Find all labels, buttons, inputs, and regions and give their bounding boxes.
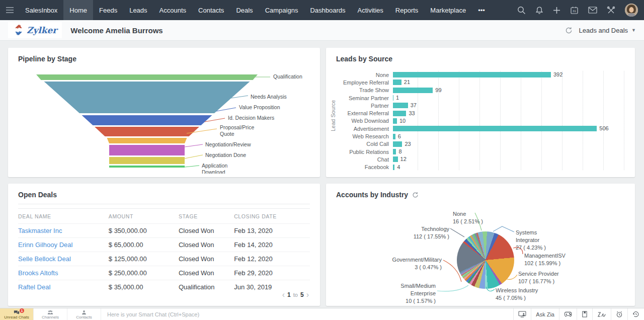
nav-item-activities[interactable]: Activities [352, 0, 389, 20]
dashboard-selector[interactable]: Leads and Deals ▼ [579, 27, 636, 34]
panel-refresh-icon[interactable] [412, 192, 419, 198]
nav-item-deals[interactable]: Deals [230, 0, 259, 20]
screen-share-icon[interactable] [513, 308, 531, 320]
bar [393, 79, 401, 85]
page-header: Zylker Welcome Amelia Burrows Leads and … [0, 20, 644, 41]
chat-tab-label: Contacts [76, 315, 92, 319]
deal-amount: $ 65,000.00 [109, 238, 179, 252]
chat-tab-label: Unread Chats [4, 315, 29, 319]
chat-tab-unread-chats[interactable]: Unread Chats 1 [0, 308, 34, 320]
bar [393, 126, 597, 131]
pipeline-by-stage-panel: Pipeline by Stage QualificationNeeds Ana… [8, 48, 320, 177]
pagination-prev-icon[interactable]: ‹ [282, 291, 285, 299]
column-header-stage[interactable]: STAGE [179, 209, 234, 224]
bar-value-label: 6 [398, 133, 401, 139]
hamburger-menu-icon[interactable] [0, 0, 19, 20]
smart-chat-bar: Unread Chats 1 Channels Contacts Ask Zia [0, 308, 644, 320]
pagination: ‹ 1 to 5 › [282, 291, 309, 299]
nav-item-accounts[interactable]: Accounts [153, 0, 192, 20]
column-header-closing-date[interactable]: CLOSING DATE [234, 209, 310, 224]
pagination-next-icon[interactable]: › [306, 291, 309, 299]
bar [393, 88, 433, 93]
deal-amount: $ 125,000.00 [109, 252, 179, 266]
deal-closing-date: Feb 12, 2020 [234, 252, 310, 266]
bar-value-label: 37 [411, 102, 417, 108]
mail-icon[interactable] [588, 7, 597, 14]
pie-slice-label: Technology112 ( 17.55% ) [414, 225, 449, 241]
nav-item-campaigns[interactable]: Campaigns [259, 0, 304, 20]
deal-name-link[interactable]: Selle Bellock Deal [18, 255, 71, 263]
pie-slice-label: ManagementISV102 ( 15.99% ) [524, 252, 566, 267]
nav-item-salesinbox[interactable]: SalesInbox [19, 0, 63, 20]
nav-item-home[interactable]: Home [63, 0, 93, 20]
deal-stage: Closed Won [179, 266, 234, 280]
ask-zia-button[interactable]: Ask Zia [531, 308, 559, 320]
column-header-amount[interactable]: AMOUNT [109, 209, 179, 224]
table-header-row: DEAL NAME AMOUNT STAGE CLOSING DATE [18, 209, 310, 224]
quick-add-plus-icon[interactable] [553, 7, 560, 14]
bar [393, 118, 397, 124]
funnel-stage-label: ApplicationDownload [202, 163, 227, 174]
nav-item-feeds[interactable]: Feeds [93, 0, 123, 20]
nav-item-more[interactable]: ••• [472, 0, 491, 20]
nav-menu: SalesInboxHomeFeedsLeadsAccountsContacts… [19, 0, 491, 20]
reminder-alarm-icon[interactable] [611, 308, 627, 320]
user-avatar[interactable] [625, 4, 638, 17]
deal-amount: $ 250,000.00 [109, 266, 179, 280]
deal-name-link[interactable]: Brooks Altofts [18, 269, 58, 277]
deal-name-link[interactable]: Erinn Gilhooy Deal [18, 241, 72, 249]
column-header-deal-name[interactable]: DEAL NAME [18, 209, 109, 224]
funnel-stage-label: Id. Decision Makers [228, 115, 274, 121]
pie-chart [457, 231, 514, 289]
funnel-stage-label: Needs Analysis [251, 94, 287, 100]
open-deals-table: DEAL NAME AMOUNT STAGE CLOSING DATE Task… [18, 208, 310, 294]
chat-tab-contacts[interactable]: Contacts [67, 308, 101, 320]
deal-name-link[interactable]: Taskmaster Inc [18, 227, 62, 234]
top-navigation-bar: SalesInboxHomeFeedsLeadsAccountsContacts… [0, 0, 644, 20]
zia-doodle-icon[interactable] [592, 308, 611, 320]
history-icon[interactable] [627, 308, 644, 320]
panel-title: Accounts by Industry [336, 191, 408, 199]
search-icon[interactable] [517, 6, 526, 15]
pie-slice-label: SystemsIntegrator27 ( 4.23% ) [516, 229, 546, 252]
accounts-by-industry-panel: Accounts by Industry None16 ( 2.51% )Sys… [326, 184, 635, 306]
funnel-stage-label: Negotiation Done [205, 152, 246, 158]
chat-bubbles-icon [14, 310, 20, 315]
bar [393, 111, 406, 116]
brand-logo[interactable]: Zylker [8, 22, 62, 38]
bar [393, 141, 402, 147]
nav-item-contacts[interactable]: Contacts [192, 0, 230, 20]
notebook-icon[interactable] [577, 308, 592, 320]
deal-name-link[interactable]: Raftel Deal [18, 283, 50, 291]
pie-slice-label: Small/MediumEnterprise10 ( 1.57% ) [400, 282, 436, 305]
deal-amount: $ 35,000.00 [109, 280, 179, 294]
smart-chat-input[interactable] [101, 308, 513, 320]
bar-value-label: 4 [397, 164, 400, 170]
nav-item-dashboards[interactable]: Dashboards [304, 0, 351, 20]
nav-item-marketplace[interactable]: Marketplace [424, 0, 472, 20]
bar-category-label: Advertisement [330, 126, 393, 132]
funnel-stage-label: Proposal/PriceQuote [220, 124, 254, 137]
table-row: Selle Bellock Deal$ 125,000.00Closed Won… [18, 252, 310, 266]
funnel-stage-label: Value Proposition [239, 104, 280, 111]
dashboard-selector-value: Leads and Deals [579, 27, 628, 34]
nav-item-leads[interactable]: Leads [123, 0, 153, 20]
chat-tab-channels[interactable]: Channels [34, 308, 67, 320]
funnel-stage-label: Negotiation/Review [205, 141, 251, 148]
pie-slice-label: Service Provider107 ( 16.77% ) [518, 270, 559, 285]
deal-amount: $ 350,000.00 [109, 224, 179, 238]
notifications-bell-icon[interactable] [535, 6, 543, 15]
nav-item-reports[interactable]: Reports [389, 0, 425, 20]
table-row: Brooks Altofts$ 250,000.00Closed WonFeb … [18, 266, 310, 280]
funnel-stage-band [36, 115, 258, 125]
setup-tools-icon[interactable] [607, 6, 615, 15]
games-controller-icon[interactable] [559, 308, 577, 320]
bar-category-label: Web Download [330, 118, 393, 124]
calendar-icon[interactable]: 31 [570, 6, 579, 15]
refresh-icon[interactable] [565, 27, 573, 34]
chat-tab-label: Channels [42, 315, 59, 319]
bar-category-label: External Referral [330, 110, 393, 116]
bar-category-label: Trade Show [330, 87, 393, 93]
bar-value-label: 506 [599, 125, 608, 131]
table-row: Erinn Gilhooy Deal$ 65,000.00Closed WonF… [18, 238, 310, 252]
